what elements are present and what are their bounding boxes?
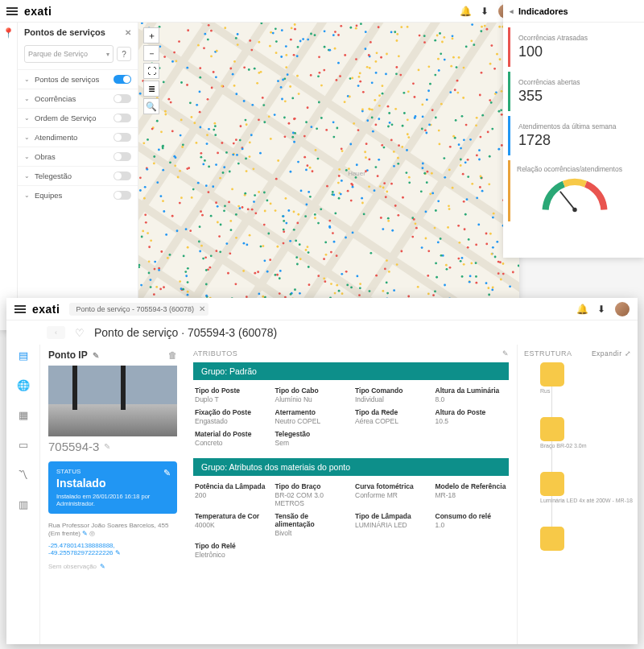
tree-node[interactable]: Braço BR-02 3.0m [540,417,631,441]
layer-row[interactable]: ⌄ Pontos de serviços [18,69,138,89]
svg-point-78 [183,255,185,258]
locate-button[interactable]: 🔍 [143,98,159,114]
svg-point-808 [242,206,244,209]
svg-point-421 [235,37,237,39]
detail-window: exati Ponto de serviço - 705594-3 (60078… [6,298,638,644]
close-icon[interactable]: ✕ [125,28,131,37]
svg-point-126 [458,242,460,244]
edit-icon[interactable]: ✎ [82,530,88,537]
svg-point-247 [423,35,426,37]
layer-toggle[interactable] [114,94,131,103]
svg-point-423 [328,220,331,222]
svg-point-509 [478,159,481,161]
svg-point-417 [394,31,396,33]
atributos-label: ATRIBUTOS [193,349,237,358]
map[interactable]: (function(){ const g=document.getElement… [138,23,519,330]
svg-point-217 [228,201,230,204]
layer-row[interactable]: ⌄ Equipes [18,185,138,205]
layers-button[interactable]: ≣ [143,81,159,97]
svg-point-416 [437,242,440,244]
parque-placeholder: Parque de Serviço [28,50,88,58]
bell-icon[interactable]: 🔔 [576,304,588,315]
layer-toggle[interactable] [114,133,131,142]
zoom-out-button[interactable]: － [143,45,159,61]
svg-point-426 [219,177,221,180]
point-photo[interactable] [48,366,177,436]
nav-grid-icon[interactable]: ▦ [19,409,28,421]
parque-select[interactable]: Parque de Serviço ▾ [24,45,114,63]
back-button[interactable]: ‹ [47,326,65,339]
svg-point-621 [420,190,423,192]
svg-point-659 [359,81,361,83]
menu-icon[interactable] [14,305,26,313]
svg-point-695 [254,194,256,196]
menu-icon[interactable] [6,7,18,15]
favorite-icon[interactable]: ♡ [75,327,85,339]
svg-point-772 [239,139,242,142]
edit-icon[interactable]: ✎ [93,351,99,360]
nav-globe-icon[interactable]: 🌐 [17,379,30,391]
svg-point-236 [434,291,436,293]
svg-point-852 [402,196,404,199]
svg-point-838 [304,215,307,217]
layer-toggle[interactable] [114,172,131,180]
edit-icon[interactable]: ✎ [100,563,105,570]
tree-node[interactable]: Luminária LED 4x até 200W - MR-18 [540,472,631,496]
fullscreen-button[interactable]: ⛶ [143,63,159,79]
tree-node[interactable]: Rus [540,362,631,387]
svg-point-616 [285,197,287,200]
download-icon[interactable]: ⬇ [479,6,490,17]
svg-point-607 [407,90,410,93]
svg-point-750 [199,76,201,79]
layer-toggle[interactable] [114,191,131,200]
locate-icon[interactable]: ◎ [89,530,95,537]
layer-toggle[interactable] [114,75,131,84]
zoom-in-button[interactable]: ＋ [143,27,159,43]
attr-value: Bivolt [275,529,348,537]
chevron-left-icon[interactable]: ◂ [510,7,514,15]
edit-icon[interactable]: ✎ [502,349,510,358]
svg-point-389 [401,146,403,148]
indicator-card[interactable]: Ocorrências abertas 355 [508,72,639,111]
svg-point-792 [460,260,462,262]
svg-point-422 [337,62,340,64]
delete-icon[interactable]: 🗑 [168,350,177,360]
indicator-card[interactable]: Atendimentos da última semana 1728 [508,116,639,155]
tab-chip[interactable]: Ponto de serviço - 705594-3 (60078) ✕ [69,303,208,316]
nav-card-icon[interactable]: ▭ [19,439,28,451]
help-button[interactable]: ? [117,47,131,61]
bell-icon[interactable]: 🔔 [460,6,471,17]
svg-point-538 [353,122,355,125]
svg-point-833 [460,147,462,150]
indicator-card[interactable]: Ocorrências Atrasadas 100 [508,27,639,67]
map-canvas[interactable] [138,23,519,330]
svg-point-694 [202,163,204,166]
svg-point-613 [254,68,256,70]
download-icon[interactable]: ⬇ [596,304,607,315]
nav-list-icon[interactable]: ▥ [19,498,28,511]
layer-row[interactable]: ⌄ Telegestão [18,166,138,185]
layer-row[interactable]: ⌄ Ordem de Serviço [18,108,138,127]
nav-chart-icon[interactable]: 〽 [18,469,28,481]
attr-value: Aérea COPEL [355,417,427,425]
edit-icon[interactable]: ✎ [104,442,110,451]
layer-toggle[interactable] [114,114,131,122]
attr-key: Telegestão [275,430,348,438]
expand-button[interactable]: Expandir ⤢ [592,349,631,358]
svg-point-436 [378,159,380,161]
pin-icon[interactable]: 📍 [0,27,17,39]
avatar[interactable] [615,302,630,316]
svg-point-17 [308,266,310,268]
layer-row[interactable]: ⌄ Atendimento [18,127,138,147]
svg-point-602 [341,292,344,295]
svg-point-391 [479,136,481,138]
edit-icon[interactable]: ✎ [115,549,121,556]
svg-point-65 [293,229,295,231]
layer-row[interactable]: ⌄ Ocorrências [18,89,138,108]
close-icon[interactable]: ✕ [199,304,205,313]
layer-row[interactable]: ⌄ Obras [18,147,138,166]
svg-point-129 [461,115,464,118]
layer-toggle[interactable] [114,152,131,161]
nav-dashboard-icon[interactable]: ▤ [19,349,28,362]
tree-node[interactable] [540,527,631,551]
